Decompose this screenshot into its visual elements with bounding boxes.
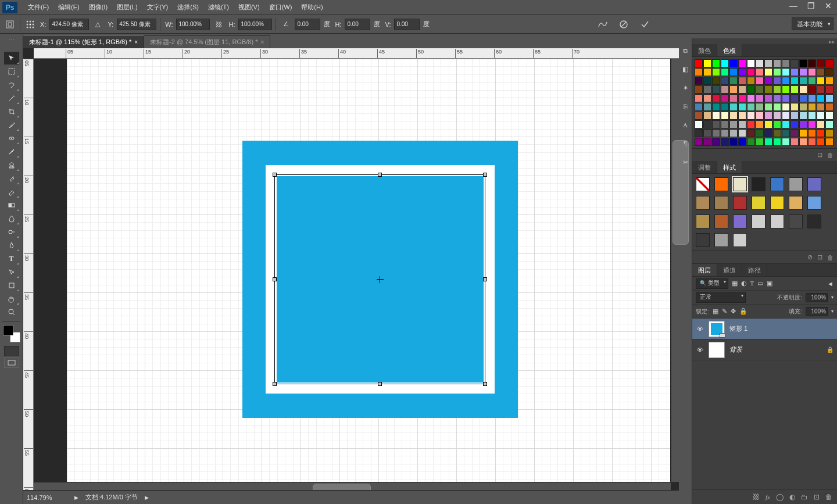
warp-mode-icon[interactable] [596, 18, 609, 31]
swatch[interactable] [756, 59, 764, 67]
tab-styles[interactable]: 样式 [717, 161, 742, 173]
transform-handle[interactable] [378, 382, 382, 386]
swatch[interactable] [817, 120, 825, 128]
swatch[interactable] [799, 103, 807, 111]
delete-layer-icon[interactable]: 🗑 [825, 493, 832, 501]
filter-type-dropdown[interactable]: 🔍 类型 [696, 278, 728, 289]
style-preset[interactable] [770, 196, 784, 210]
status-arrow-icon[interactable]: ▶ [145, 495, 149, 501]
swatch[interactable] [817, 138, 825, 146]
vertical-scrollbar[interactable] [671, 59, 679, 482]
close-tab-icon[interactable]: × [260, 39, 264, 45]
transform-handle[interactable] [378, 173, 382, 177]
hand-tool[interactable] [4, 292, 19, 305]
menu-select[interactable]: 选择(S) [173, 1, 203, 14]
layer-name[interactable]: 背景 [729, 345, 822, 354]
swatch[interactable] [808, 112, 816, 120]
swatch[interactable] [747, 68, 755, 76]
swatch[interactable] [808, 85, 816, 94]
swatch[interactable] [764, 77, 772, 85]
style-preset[interactable] [696, 233, 710, 247]
swatch[interactable] [729, 138, 738, 146]
swatch[interactable] [738, 59, 746, 67]
swatch[interactable] [703, 59, 711, 67]
swatch[interactable] [825, 85, 834, 94]
style-preset[interactable] [733, 233, 747, 247]
swatch[interactable] [773, 129, 781, 137]
swatch[interactable] [712, 77, 720, 85]
history-brush-tool[interactable] [4, 172, 19, 185]
zoom-readout[interactable]: 114.79% [27, 494, 67, 501]
swatch[interactable] [799, 112, 807, 120]
swatch[interactable] [747, 112, 755, 120]
delete-style-icon[interactable]: 🗑 [827, 254, 834, 261]
swatch[interactable] [729, 103, 738, 111]
transform-tool-icon[interactable] [3, 18, 16, 31]
dodge-tool[interactable] [4, 226, 19, 238]
link-layers-icon[interactable]: ⛓ [753, 493, 760, 501]
swatch[interactable] [817, 94, 825, 102]
swatch[interactable] [738, 85, 746, 94]
style-preset[interactable] [714, 177, 728, 191]
swatch[interactable] [825, 112, 834, 120]
horizontal-ruler[interactable]: 0510152025303540455055606570 [34, 48, 679, 59]
shape-tool[interactable] [4, 279, 19, 292]
swatch[interactable] [791, 120, 799, 128]
swatch[interactable] [825, 59, 834, 67]
swatch[interactable] [712, 68, 720, 76]
x-input[interactable] [49, 19, 89, 30]
layer-thumbnail[interactable] [709, 342, 725, 358]
menu-help[interactable]: 帮助(H) [296, 1, 327, 14]
menu-layer[interactable]: 图层(L) [112, 1, 142, 14]
style-preset[interactable] [789, 196, 803, 210]
swatch[interactable] [764, 85, 772, 94]
swatch[interactable] [756, 138, 764, 146]
swatch[interactable] [825, 129, 834, 137]
swatch[interactable] [703, 138, 711, 146]
swatch[interactable] [799, 138, 807, 146]
style-preset[interactable] [733, 215, 747, 228]
style-preset[interactable] [789, 215, 803, 228]
swatch[interactable] [703, 112, 711, 120]
swatch[interactable] [695, 138, 703, 146]
path-select-tool[interactable] [4, 266, 19, 278]
y-input[interactable] [117, 19, 156, 30]
swatch[interactable] [721, 138, 729, 146]
style-preset[interactable] [807, 177, 821, 191]
swatch[interactable] [729, 94, 738, 102]
swatch[interactable] [791, 94, 799, 102]
minimize-button[interactable]: — [785, 0, 802, 12]
blur-tool[interactable] [4, 212, 19, 225]
new-swatch-icon[interactable]: ⊡ [817, 151, 822, 159]
swatch[interactable] [799, 77, 807, 85]
rotation-input[interactable] [295, 19, 320, 30]
transform-bounding-box[interactable] [274, 174, 485, 384]
swatch[interactable] [703, 94, 711, 102]
swatch[interactable] [712, 103, 720, 111]
swatch[interactable] [817, 112, 825, 120]
swatch[interactable] [817, 59, 825, 67]
filter-toggle-icon[interactable]: ◄ [827, 280, 834, 287]
swatch[interactable] [764, 94, 772, 102]
brush-tool[interactable] [4, 145, 19, 158]
fill-input[interactable] [806, 307, 828, 316]
swatch[interactable] [764, 138, 772, 146]
swatch[interactable] [712, 129, 720, 137]
menu-file[interactable]: 文件(F) [23, 1, 53, 14]
swatch[interactable] [773, 68, 781, 76]
lock-position-icon[interactable]: ✥ [731, 308, 736, 315]
swatch[interactable] [695, 77, 703, 85]
menu-type[interactable]: 文字(Y) [142, 1, 173, 14]
zoom-tool[interactable] [4, 306, 19, 319]
swatch[interactable] [729, 120, 738, 128]
filter-shape-icon[interactable]: ▭ [757, 280, 763, 287]
transform-handle[interactable] [483, 277, 487, 281]
swatch[interactable] [721, 120, 729, 128]
visibility-toggle-icon[interactable]: 👁 [696, 346, 704, 353]
tab-channels[interactable]: 通道 [717, 264, 742, 276]
swatch[interactable] [825, 77, 834, 85]
swatch[interactable] [738, 103, 746, 111]
swatch[interactable] [738, 138, 746, 146]
swatch[interactable] [747, 129, 755, 137]
filter-adjust-icon[interactable]: ◐ [741, 280, 747, 287]
